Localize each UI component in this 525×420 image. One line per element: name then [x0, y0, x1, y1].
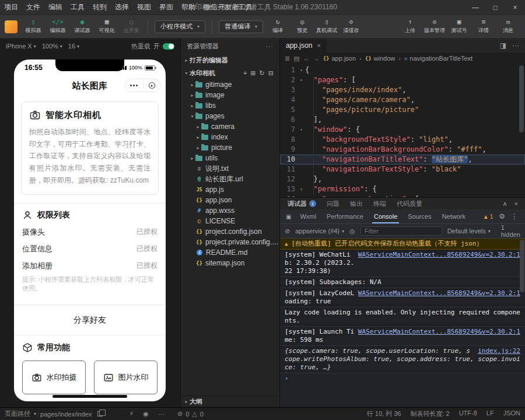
eye-icon[interactable]: ◉ — [143, 410, 149, 418]
tree-item[interactable]: ▸gitimage — [181, 79, 279, 90]
more-actions-icon[interactable]: ··· — [265, 43, 274, 50]
devtools-tab-network[interactable]: Network — [437, 209, 471, 223]
tree-item[interactable]: ▾pages — [181, 111, 279, 121]
version-button[interactable]: ⊙版本管理 — [422, 15, 447, 38]
tab-app-json[interactable]: app.json × — [280, 38, 327, 52]
hot-reload-toggle[interactable]: 热重载 开 — [131, 42, 174, 51]
open-editors-section[interactable]: ▸ 打开的编辑器 — [181, 54, 279, 66]
tree-item[interactable]: {}project.private.config.json — [181, 237, 279, 247]
tree-item[interactable]: {}app.json — [181, 195, 279, 205]
statusbar-item[interactable]: LF — [487, 410, 494, 418]
panel-tab[interactable]: 代码质量 — [391, 198, 428, 209]
forward-arrow-icon[interactable]: → — [313, 55, 320, 62]
permission-row[interactable]: 添加相册已授权 — [22, 257, 158, 274]
statusbar-item[interactable]: 制表符长度: 2 — [410, 410, 449, 418]
panel-tab[interactable]: 问题 — [321, 198, 345, 209]
code-line[interactable]: 1▾{ — [280, 65, 525, 75]
code-line[interactable]: 13▾ "permission": { — [280, 184, 525, 194]
split-editor-icon[interactable]: ◨ — [500, 41, 506, 50]
panel-tab[interactable]: 终端 — [368, 198, 391, 209]
details-button[interactable]: ≡详情 — [471, 15, 496, 38]
simulator-control[interactable]: iPhone X▾ — [6, 43, 36, 50]
device-debug-button[interactable]: ▯真机调试 — [314, 15, 339, 38]
code-line[interactable]: 11 "navigationBarTextStyle": "black" — [280, 164, 525, 174]
tree-item[interactable]: ≡说明.txt — [181, 163, 279, 174]
console-filter-input[interactable] — [360, 226, 442, 236]
tree-item[interactable]: ▸index — [181, 132, 279, 142]
console-source-link[interactable]: WAServiceMainContext...85689249&v=2.30.2… — [358, 328, 520, 336]
close-tab-icon[interactable]: × — [317, 42, 320, 49]
menu-item[interactable]: 微信开发者工具 — [200, 0, 257, 15]
menu-item[interactable]: 界面 — [155, 0, 177, 15]
page-path-select[interactable]: 页面路径 ▾ — [5, 410, 36, 418]
clear-console-icon[interactable]: ⊘ — [285, 228, 290, 235]
code-line[interactable]: 10 "navigationBarTitleText": "站长图库", — [280, 155, 525, 164]
console-scrollbar[interactable] — [520, 240, 524, 292]
problem-counts[interactable]: ⊘ 0 △ 0 — [177, 410, 204, 418]
warning-count-badge[interactable]: ▲1 — [483, 214, 493, 220]
editor-scrollbar[interactable] — [519, 65, 524, 132]
tree-item[interactable]: ▸utils — [181, 153, 279, 163]
compile-button[interactable]: ↻编译 — [265, 15, 290, 38]
debugger-button[interactable]: ◉调试器 — [70, 15, 94, 38]
menu-item[interactable]: 帮助 — [177, 0, 200, 15]
console-source-link[interactable]: index.js:22 — [478, 347, 520, 355]
code-line[interactable]: 7▾ "window": { — [280, 125, 525, 135]
permission-row[interactable]: 摄像头已授权 — [22, 223, 158, 240]
console-source-link[interactable]: WAServiceMainContext...85689249&v=2.30.2… — [358, 289, 520, 298]
eye-icon[interactable]: ◎ — [349, 228, 355, 235]
tree-item[interactable]: ▸libs — [181, 100, 279, 111]
code-editor[interactable]: 1▾{2▾ "pages": [3 "pages/index/index",4 … — [280, 64, 525, 197]
devtools-tab-sources[interactable]: Sources — [402, 209, 436, 223]
compile-mode-select[interactable]: 普通编译 ▾ — [219, 20, 263, 33]
close-panel-icon[interactable]: × — [514, 200, 518, 208]
more-actions-icon[interactable]: ··· — [512, 41, 519, 50]
mode-select[interactable]: 小程序模式 ▾ — [155, 20, 205, 33]
code-line[interactable]: 12 }, — [280, 174, 525, 184]
devtools-tab-wxml[interactable]: Wxml — [295, 209, 321, 223]
cloud-button[interactable]: ○云开发 — [119, 15, 144, 38]
log-levels-select[interactable]: Default levels ▾ — [447, 228, 491, 235]
code-line[interactable]: 2▾ "pages": [ — [280, 75, 525, 85]
editor-button[interactable]: </>编辑器 — [46, 15, 70, 38]
simulator-button[interactable]: ▯模拟器 — [21, 15, 46, 38]
context-select[interactable]: appservice (#4) ▾ — [295, 228, 344, 235]
code-line[interactable]: 5 "pages/picture/picture" — [280, 105, 525, 115]
statusbar-item[interactable]: UTF-8 — [459, 410, 477, 418]
lightning-icon[interactable]: ⚡ — [130, 410, 134, 418]
code-line[interactable]: 6 ], — [280, 115, 525, 125]
kebab-menu-icon[interactable]: ⋮ — [511, 212, 518, 220]
tree-item[interactable]: ©LICENSE — [181, 216, 279, 226]
visual-button[interactable]: ▦可视化 — [94, 15, 119, 38]
tree-item[interactable]: iREADME.md — [181, 247, 279, 258]
messages-button[interactable]: ✉消息 — [496, 15, 520, 38]
back-arrow-icon[interactable]: ← — [303, 55, 310, 62]
console-prompt-row[interactable]: › — [280, 373, 525, 384]
console-source-link[interactable]: WAServiceMainContext...85689249&v=2.30.2… — [358, 251, 520, 259]
code-line[interactable]: 9 "navigationBarBackgroundColor": "#fff"… — [280, 145, 525, 155]
more-actions-icon[interactable]: ··· — [158, 411, 164, 418]
breadcrumb-item[interactable]: {}window — [365, 55, 396, 62]
tree-item[interactable]: @站长图库.url — [181, 174, 279, 184]
more-menu-button[interactable] — [125, 79, 143, 92]
test-account-button[interactable]: ▣测试号 — [447, 15, 471, 38]
upload-button[interactable]: ↑上传 — [398, 15, 422, 38]
tree-item[interactable]: JSapp.js — [181, 184, 279, 195]
outline-section[interactable]: ▸ 大纲 — [181, 396, 279, 407]
simulator-control[interactable]: 16▾ — [68, 43, 79, 50]
statusbar-item[interactable]: JSON — [503, 410, 520, 418]
exit-miniprogram-button[interactable] — [144, 79, 161, 92]
new-file-icon[interactable]: + — [243, 69, 247, 77]
preview-button[interactable]: ◎预览 — [290, 15, 314, 38]
code-line[interactable]: 3 "pages/index/index", — [280, 85, 525, 95]
list-icon[interactable]: ≣ — [285, 55, 290, 62]
menu-item[interactable]: 视图 — [133, 0, 155, 15]
current-page-path[interactable]: pages/index/index — [40, 411, 103, 418]
clear-cache-button[interactable]: ⊘清缓存 — [339, 15, 363, 38]
menu-item[interactable]: 选择 — [111, 0, 133, 15]
menu-item[interactable]: 文件 — [22, 0, 44, 15]
tree-item[interactable]: ▸picture — [181, 142, 279, 153]
new-folder-icon[interactable]: ⊞ — [250, 69, 256, 77]
devtools-tab-console[interactable]: Console — [369, 209, 402, 223]
statusbar-item[interactable]: 行 10, 列 36 — [367, 410, 401, 418]
